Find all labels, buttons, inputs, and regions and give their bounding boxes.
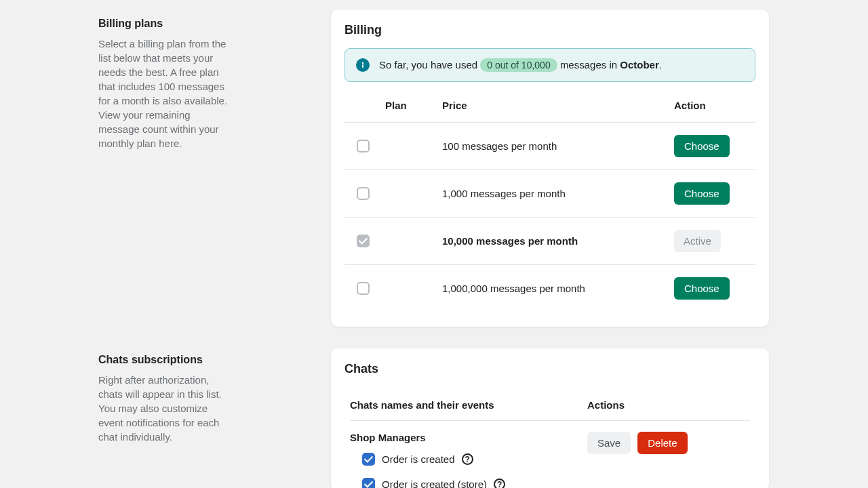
- choose-button[interactable]: Choose: [674, 277, 730, 300]
- chats-section-title: Chats subscriptions: [98, 354, 233, 366]
- usage-banner: So far, you have used 0 out of 10,000 me…: [344, 48, 755, 82]
- plan-table: Plan Price Action 100 messages per month…: [344, 87, 755, 312]
- chat-group-name: Shop Managers: [350, 432, 587, 443]
- help-icon[interactable]: ?: [494, 479, 505, 488]
- billing-card-title: Billing: [344, 23, 755, 37]
- plan-checkbox[interactable]: [357, 282, 370, 295]
- billing-description: Billing plans Select a billing plan from…: [0, 0, 233, 327]
- plan-row: 1,000,000 messages per month Choose: [344, 265, 755, 312]
- plan-row: 100 messages per month Choose: [344, 123, 755, 170]
- event-line: Order is created ?: [350, 453, 587, 466]
- svg-point-0: [362, 62, 363, 64]
- chat-group: Shop Managers Order is created ? Order i…: [350, 432, 587, 488]
- plan-row: 10,000 messages per month Active: [344, 218, 755, 265]
- event-line: Order is created (store) ?: [350, 478, 587, 488]
- choose-button[interactable]: Choose: [674, 135, 730, 157]
- usage-pill: 0 out of 10,000: [480, 58, 557, 72]
- svg-rect-1: [362, 64, 363, 68]
- plan-price: 1,000,000 messages per month: [442, 283, 674, 294]
- plan-checkbox[interactable]: [357, 140, 370, 152]
- billing-section-text: Select a billing plan from the list belo…: [98, 37, 233, 150]
- chat-actions: Save Delete: [587, 432, 750, 488]
- usage-month: October: [620, 59, 659, 70]
- info-icon: [356, 58, 370, 72]
- delete-button[interactable]: Delete: [637, 432, 687, 454]
- chats-card: Chats Chats names and their events Actio…: [331, 348, 769, 488]
- chats-description: Chats subscriptions Right after authoriz…: [0, 339, 233, 488]
- plan-row: 1,000 messages per month Choose: [344, 170, 755, 218]
- choose-button[interactable]: Choose: [674, 182, 730, 205]
- plan-table-header: Plan Price Action: [344, 87, 755, 123]
- billing-card: Billing So far, you have used 0 out of 1…: [331, 9, 769, 327]
- usage-prefix: So far, you have used: [379, 59, 477, 70]
- plan-price: 10,000 messages per month: [442, 235, 674, 247]
- chats-table-header: Chats names and their events Actions: [350, 387, 750, 421]
- billing-section: Billing plans Select a billing plan from…: [0, 0, 868, 327]
- plan-checkbox[interactable]: [357, 235, 370, 247]
- billing-section-title: Billing plans: [98, 18, 233, 30]
- plan-price: 1,000 messages per month: [442, 188, 674, 199]
- save-button[interactable]: Save: [587, 432, 631, 454]
- usage-text: So far, you have used 0 out of 10,000 me…: [379, 58, 662, 72]
- event-label: Order is created: [382, 453, 455, 465]
- help-icon[interactable]: ?: [462, 453, 473, 465]
- col-plan: Plan: [385, 100, 442, 111]
- col-action: Action: [674, 100, 755, 111]
- event-label: Order is created (store): [382, 479, 487, 488]
- event-checkbox[interactable]: [362, 478, 375, 488]
- usage-suffix: .: [659, 59, 662, 70]
- chat-group-row: Shop Managers Order is created ? Order i…: [350, 421, 750, 488]
- chats-section-text: Right after authorization, chats will ap…: [98, 373, 233, 444]
- plan-price: 100 messages per month: [442, 140, 674, 152]
- event-checkbox[interactable]: [362, 453, 375, 466]
- chats-section: Chats subscriptions Right after authoriz…: [0, 339, 868, 488]
- col-chat-actions: Actions: [587, 399, 750, 411]
- col-price: Price: [442, 100, 674, 111]
- usage-mid: messages in: [560, 59, 617, 70]
- plan-checkbox[interactable]: [357, 187, 370, 200]
- chats-card-title: Chats: [344, 362, 755, 376]
- active-button: Active: [674, 230, 721, 252]
- col-chat-names: Chats names and their events: [350, 399, 587, 411]
